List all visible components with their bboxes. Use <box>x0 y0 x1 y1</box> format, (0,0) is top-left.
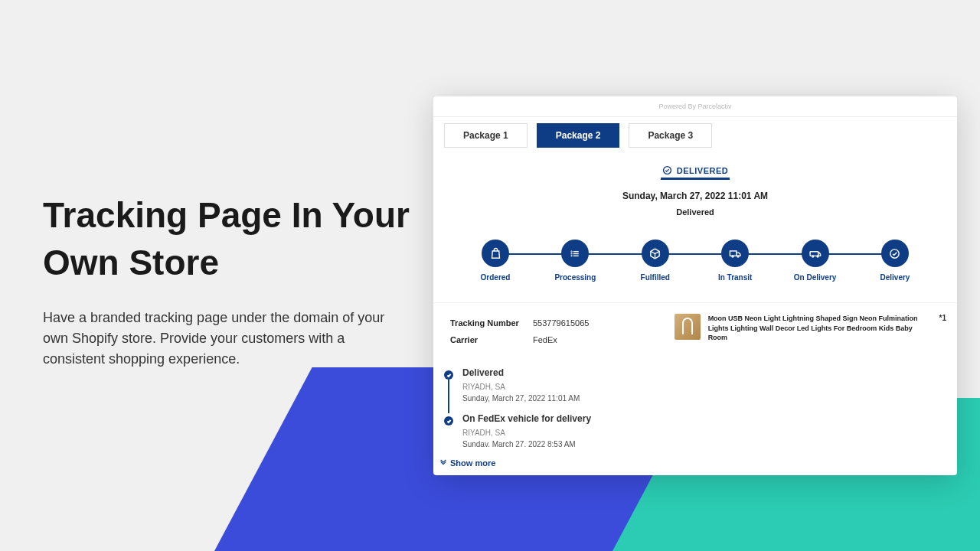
status-label: DELIVERED <box>677 166 728 175</box>
page-description: Have a branded tracking page under the d… <box>43 308 410 370</box>
svg-point-6 <box>571 255 572 256</box>
status-timestamp: Sunday, March 27, 2022 11:01 AM <box>433 191 957 201</box>
status-section: DELIVERED Sunday, March 27, 2022 11:01 A… <box>433 165 957 217</box>
timeline-dot-icon <box>444 416 453 425</box>
svg-point-4 <box>571 251 572 252</box>
check-icon <box>881 240 909 267</box>
page-heading: Tracking Page In Your Own Store <box>43 191 410 286</box>
step-label: Ordered <box>481 273 511 282</box>
tab-package-1[interactable]: Package 1 <box>444 123 528 148</box>
timeline-location: RIYADH, SA <box>462 383 951 391</box>
show-more-label: Show more <box>450 458 495 468</box>
status-badge: DELIVERED <box>661 165 730 180</box>
progress-steps: Ordered Processing Fulfilled In Transit … <box>433 217 957 298</box>
step-in-transit: In Transit <box>710 240 760 282</box>
step-label: Delivery <box>880 273 910 282</box>
timeline-time: Sunday, March 27, 2022 11:01 AM <box>462 394 951 403</box>
timeline-item: On FedEx vehicle for delivery RIYADH, SA… <box>441 410 951 456</box>
product-name: Moon USB Neon Light Lightning Shaped Sig… <box>708 314 926 343</box>
step-label: In Transit <box>718 273 752 282</box>
carrier-label: Carrier <box>450 335 533 344</box>
timeline-location: RIYADH, SA <box>462 429 951 437</box>
step-delivery: Delivery <box>870 240 920 282</box>
product-thumbnail <box>675 314 701 340</box>
step-on-delivery: On Delivery <box>790 240 841 282</box>
tracking-number-label: Tracking Number <box>450 318 533 328</box>
powered-by-label: Powered By Parcelactiv <box>433 96 957 117</box>
timeline-dot-icon <box>444 370 453 380</box>
tracking-card: Powered By Parcelactiv Package 1 Package… <box>433 96 957 475</box>
box-icon <box>642 240 669 267</box>
svg-rect-11 <box>810 251 818 256</box>
tracking-timeline: Delivered RIYADH, SA Sunday, March 27, 2… <box>433 357 957 456</box>
product-row: Moon USB Neon Light Lightning Shaped Sig… <box>675 314 946 357</box>
list-icon <box>561 240 589 267</box>
step-label: On Delivery <box>794 273 837 282</box>
tracking-number-value: 553779615065 <box>533 318 589 328</box>
chevron-down-icon <box>439 459 447 467</box>
product-quantity: *1 <box>939 314 946 322</box>
details-row: Tracking Number 553779615065 Carrier Fed… <box>433 302 957 357</box>
tab-package-3[interactable]: Package 3 <box>629 123 712 148</box>
tab-package-2[interactable]: Package 2 <box>537 123 620 148</box>
package-tabs: Package 1 Package 2 Package 3 <box>433 117 957 148</box>
carrier-value: FedEx <box>533 335 557 344</box>
svg-point-14 <box>890 249 899 257</box>
timeline-item: Delivered RIYADH, SA Sunday, March 27, 2… <box>441 364 951 410</box>
check-circle-icon <box>662 165 672 175</box>
tracking-info: Tracking Number 553779615065 Carrier Fed… <box>444 314 665 357</box>
step-processing: Processing <box>550 240 600 282</box>
timeline-time: Sundav. March 27. 2022 8:53 AM <box>462 440 951 448</box>
svg-point-5 <box>571 253 572 254</box>
step-label: Processing <box>554 273 596 282</box>
step-fulfilled: Fulfilled <box>630 240 681 282</box>
step-label: Fulfilled <box>641 273 670 282</box>
status-subtext: Delivered <box>433 207 957 217</box>
step-ordered: Ordered <box>470 240 521 282</box>
van-icon <box>802 240 829 267</box>
marketing-copy: Tracking Page In Your Own Store Have a b… <box>43 191 410 370</box>
show-more-button[interactable]: Show more <box>433 457 501 475</box>
svg-rect-8 <box>730 250 737 255</box>
timeline-title: On FedEx vehicle for delivery <box>462 413 951 424</box>
truck-icon <box>721 240 749 267</box>
timeline-connector <box>448 380 449 413</box>
bag-icon <box>482 240 509 267</box>
timeline-title: Delivered <box>462 367 951 378</box>
